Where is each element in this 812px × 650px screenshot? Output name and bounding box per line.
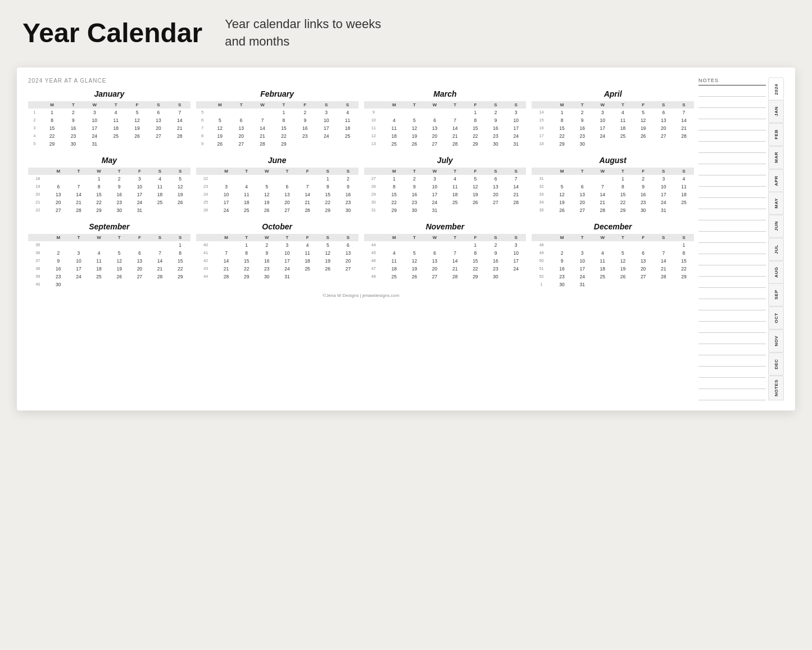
month-block-december: DecemberMTWTFSS4814923456785091011121314…: [532, 222, 694, 288]
tab-2024[interactable]: 2024: [768, 78, 784, 101]
notes-line: [698, 142, 766, 153]
notes-line: [698, 254, 766, 265]
notes-line: [698, 355, 766, 367]
year-label: 2024 YEAR AT A GLANCE: [28, 78, 694, 84]
tab-aug[interactable]: AUG: [768, 261, 784, 284]
tab-jan[interactable]: JAN: [768, 100, 784, 123]
month-block-june: JuneMTWTFSS22122334567892410111213141516…: [196, 156, 359, 214]
month-name: September: [28, 222, 190, 231]
month-block-august: AugustMTWTFSS311234325678910113312131415…: [532, 156, 694, 214]
calendar-main: 2024 YEAR AT A GLANCE JanuaryMTWTFSS1123…: [28, 78, 694, 400]
notes-line: [698, 220, 766, 232]
month-table: MTWTFSS351362345678379101112131415381617…: [28, 234, 190, 288]
notes-line: [698, 344, 766, 355]
notes-line: [698, 198, 766, 209]
month-table: MTWTFSS271234567288910111213142915161718…: [364, 168, 527, 214]
tab-oct[interactable]: OCT: [768, 306, 784, 329]
notes-line: [698, 378, 766, 389]
notes-line: [698, 153, 766, 164]
month-name: April: [532, 89, 694, 98]
notes-line: [698, 85, 766, 97]
notes-line: [698, 119, 766, 130]
tab-sep[interactable]: SEP: [768, 283, 784, 306]
notes-line: [698, 389, 766, 400]
month-block-september: SeptemberMTWTFSS351362345678379101112131…: [28, 222, 190, 288]
notes-line: [698, 164, 766, 175]
month-name: November: [364, 222, 527, 231]
side-tabs[interactable]: 2024JANFEBMARAPRMAYJUNJULAUGSEPOCTNOVDEC…: [768, 78, 784, 400]
tab-jul[interactable]: JUL: [768, 238, 784, 261]
month-table: MTWTFSS221223345678924101112131415162517…: [196, 168, 359, 214]
month-block-february: FebruaryMTWTFSS5123465678910117121314151…: [196, 89, 359, 148]
tab-notes[interactable]: NOTES: [768, 376, 784, 400]
tab-feb[interactable]: FEB: [768, 123, 784, 146]
notes-line: [698, 322, 766, 333]
month-table: MTWTFSS311234325678910113312131415161718…: [532, 168, 694, 214]
month-name: June: [196, 156, 359, 165]
notes-line: [698, 288, 766, 299]
notes-line: [698, 108, 766, 119]
month-table: MTWTFSS481492345678509101112131415511617…: [532, 234, 694, 288]
notes-line: [698, 243, 766, 254]
month-block-april: AprilMTWTFSS1412345671589101112131416151…: [532, 89, 694, 148]
month-name: December: [532, 222, 694, 231]
months-grid: JanuaryMTWTFSS11234567289101112131431516…: [28, 89, 694, 288]
month-name: July: [364, 156, 527, 165]
month-block-may: MayMTWTFSS181234519678910111220131415161…: [28, 156, 190, 214]
notes-line: [698, 130, 766, 142]
notes-line: [698, 299, 766, 310]
tab-dec[interactable]: DEC: [768, 353, 784, 376]
right-panel: NOTES 2024JANFEBMARAPRMAYJUNJULAUGSEPOCT…: [698, 78, 784, 400]
month-block-november: NovemberMTWTFSS4412345456789104611121314…: [364, 222, 527, 288]
notes-panel: NOTES: [698, 78, 766, 400]
footer-credit: ©Jena W Designs | jenawdesigns.com: [28, 293, 694, 300]
month-name: February: [196, 89, 359, 98]
notes-lines: [698, 85, 766, 400]
month-table: MTWTFSS141234567158910111213141615161718…: [532, 101, 694, 148]
month-name: May: [28, 156, 190, 165]
notes-line: [698, 187, 766, 198]
notes-line: [698, 97, 766, 108]
page-title: Year Calendar: [22, 17, 202, 48]
notes-line: [698, 277, 766, 288]
tab-nov[interactable]: NOV: [768, 329, 784, 353]
month-block-july: JulyMTWTFSS27123456728891011121314291516…: [364, 156, 527, 214]
notes-line: [698, 232, 766, 243]
month-block-march: MarchMTWTFSS9123104567891011111213141516…: [364, 89, 527, 148]
notes-line: [698, 310, 766, 322]
month-block-october: OctoberMTWTFSS40123456417891011121342141…: [196, 222, 359, 288]
notes-line: [698, 265, 766, 277]
month-block-january: JanuaryMTWTFSS11234567289101112131431516…: [28, 89, 190, 148]
month-name: March: [364, 89, 527, 98]
month-table: MTWTFSS912310456789101111121314151617121…: [364, 101, 527, 148]
tab-jun[interactable]: JUN: [768, 215, 784, 238]
month-table: MTWTFSS512346567891011712131415161718819…: [196, 101, 359, 148]
calendar-card: 2024 YEAR AT A GLANCE JanuaryMTWTFSS1123…: [17, 67, 795, 410]
month-table: MTWTFSS401234564178910111213421415161718…: [196, 234, 359, 281]
notes-line: [698, 175, 766, 187]
month-name: August: [532, 156, 694, 165]
month-table: MTWTFSS181234519678910111220131415161718…: [28, 168, 190, 214]
notes-line: [698, 333, 766, 344]
notes-header: NOTES: [698, 78, 766, 85]
tab-mar[interactable]: MAR: [768, 146, 784, 169]
page-header: Year Calendar Year calendar links to wee…: [0, 0, 812, 62]
notes-line: [698, 209, 766, 220]
notes-line: [698, 367, 766, 378]
month-table: MTWTFSS441234545678910461112131415161747…: [364, 234, 527, 281]
month-name: January: [28, 89, 190, 98]
month-name: October: [196, 222, 359, 231]
tab-apr[interactable]: APR: [768, 169, 784, 192]
tab-may[interactable]: MAY: [768, 192, 784, 215]
header-description: Year calendar links to weeks and months: [225, 16, 405, 51]
month-table: MTWTFSS112345672891011121314315161718192…: [28, 101, 190, 148]
